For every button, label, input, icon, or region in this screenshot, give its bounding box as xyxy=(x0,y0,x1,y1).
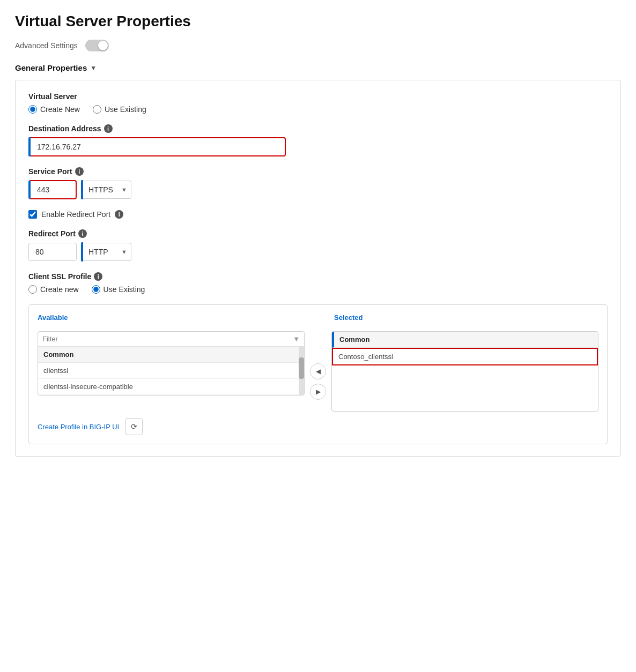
client-ssl-create-new-label: Create new xyxy=(40,285,79,294)
scrollbar-thumb xyxy=(299,357,304,379)
service-port-field: Service Port i HTTPS HTTP Other ▼ xyxy=(28,167,608,199)
virtual-server-create-new-radio[interactable] xyxy=(28,105,37,114)
selected-group-header: Common xyxy=(332,332,598,348)
client-ssl-use-existing-label: Use Existing xyxy=(103,285,145,294)
destination-address-info-icon[interactable]: i xyxy=(104,124,113,133)
client-ssl-radio-group: Create new Use Existing xyxy=(28,285,608,294)
client-ssl-profile-field: Client SSL Profile i Create new Use Exis… xyxy=(28,272,608,294)
service-port-label: Service Port i xyxy=(28,167,608,176)
dual-list-inner: ▼ Common clientssl clientssl-insecure-co… xyxy=(38,331,598,412)
page-title: Virtual Server Properties xyxy=(15,13,621,30)
selected-label: Selected xyxy=(334,313,598,322)
redirect-port-input[interactable] xyxy=(28,243,77,261)
destination-address-input-wrapper xyxy=(28,137,286,156)
virtual-server-create-new-label: Create New xyxy=(40,105,80,114)
enable-redirect-port-row: Enable Redirect Port i xyxy=(28,210,608,219)
service-port-input[interactable] xyxy=(28,180,77,199)
virtual-server-use-existing-label: Use Existing xyxy=(105,105,146,114)
filter-icon: ▼ xyxy=(293,335,300,343)
advanced-settings-toggle[interactable] xyxy=(85,40,109,51)
virtual-server-field: Virtual Server Create New Use Existing xyxy=(28,92,608,114)
bottom-row: Create Profile in BIG-IP UI ⟳ xyxy=(38,418,598,435)
client-ssl-create-new-option[interactable]: Create new xyxy=(28,285,79,294)
available-scrollbar[interactable] xyxy=(299,347,304,395)
redirect-port-field: Redirect Port i HTTP HTTPS Other ▼ xyxy=(28,229,608,262)
client-ssl-use-existing-radio[interactable] xyxy=(92,285,100,294)
available-label: Available xyxy=(38,313,302,322)
service-port-row: HTTPS HTTP Other ▼ xyxy=(28,180,608,199)
redirect-port-select-wrapper: HTTP HTTPS Other ▼ xyxy=(81,242,131,262)
service-port-info-icon[interactable]: i xyxy=(75,167,84,176)
redirect-port-row: HTTP HTTPS Other ▼ xyxy=(28,242,608,262)
client-ssl-create-new-radio[interactable] xyxy=(28,285,37,294)
list-item[interactable]: clientssl-insecure-compatible xyxy=(38,379,299,395)
advanced-settings-row: Advanced Settings xyxy=(15,40,621,51)
client-ssl-profile-label: Client SSL Profile i xyxy=(28,272,608,281)
service-port-select-wrapper: HTTPS HTTP Other ▼ xyxy=(81,180,131,199)
general-properties-header[interactable]: General Properties ▼ xyxy=(15,63,621,72)
transfer-buttons: ◀ ▶ xyxy=(310,331,326,400)
destination-address-label: Destination Address i xyxy=(28,124,608,133)
selected-panel-wrapper: Common Contoso_clientssl xyxy=(331,331,598,412)
chevron-down-icon: ▼ xyxy=(90,64,97,72)
virtual-server-radio-group: Create New Use Existing xyxy=(28,105,608,114)
destination-address-input[interactable] xyxy=(28,137,286,156)
redirect-port-label: Redirect Port i xyxy=(28,229,608,238)
virtual-server-create-new-option[interactable]: Create New xyxy=(28,105,80,114)
enable-redirect-port-info-icon[interactable]: i xyxy=(115,210,123,219)
selected-panel: Common Contoso_clientssl xyxy=(331,331,598,412)
virtual-server-use-existing-radio[interactable] xyxy=(93,105,101,114)
create-profile-link[interactable]: Create Profile in BIG-IP UI xyxy=(38,423,119,431)
client-ssl-use-existing-option[interactable]: Use Existing xyxy=(92,285,145,294)
list-item[interactable]: clientssl xyxy=(38,363,299,379)
filter-row: ▼ xyxy=(38,332,304,347)
refresh-button[interactable]: ⟳ xyxy=(125,418,143,435)
filter-input[interactable] xyxy=(42,335,290,343)
transfer-left-button[interactable]: ◀ xyxy=(310,363,326,379)
dual-list-headers: Available Selected xyxy=(38,313,598,326)
destination-address-bar xyxy=(28,137,31,156)
dual-list-container: Available Selected ▼ Common cli xyxy=(28,304,608,444)
service-port-select[interactable]: HTTPS HTTP Other xyxy=(83,181,131,199)
transfer-right-button[interactable]: ▶ xyxy=(310,384,326,400)
general-properties-box: Virtual Server Create New Use Existing D… xyxy=(15,80,621,457)
redirect-port-info-icon[interactable]: i xyxy=(78,229,87,238)
available-panel: ▼ Common clientssl clientssl-insecure-co… xyxy=(38,331,305,395)
redirect-port-select[interactable]: HTTP HTTPS Other xyxy=(83,243,131,261)
available-list-content: Common clientssl clientssl-insecure-comp… xyxy=(38,347,299,395)
selected-col-header: Selected xyxy=(334,313,598,326)
virtual-server-use-existing-option[interactable]: Use Existing xyxy=(93,105,146,114)
client-ssl-profile-info-icon[interactable]: i xyxy=(94,272,102,281)
enable-redirect-port-label: Enable Redirect Port xyxy=(41,210,110,219)
destination-address-field: Destination Address i xyxy=(28,124,608,156)
general-properties-label: General Properties xyxy=(15,63,87,72)
available-panel-wrapper: ▼ Common clientssl clientssl-insecure-co… xyxy=(38,331,305,395)
enable-redirect-port-checkbox[interactable] xyxy=(28,210,37,219)
available-list-body: Common clientssl clientssl-insecure-comp… xyxy=(38,347,304,395)
selected-item[interactable]: Contoso_clientssl xyxy=(332,348,598,365)
available-col-header: Available xyxy=(38,313,302,326)
advanced-settings-label: Advanced Settings xyxy=(15,41,78,50)
available-group-header: Common xyxy=(38,347,299,363)
virtual-server-label: Virtual Server xyxy=(28,92,608,101)
